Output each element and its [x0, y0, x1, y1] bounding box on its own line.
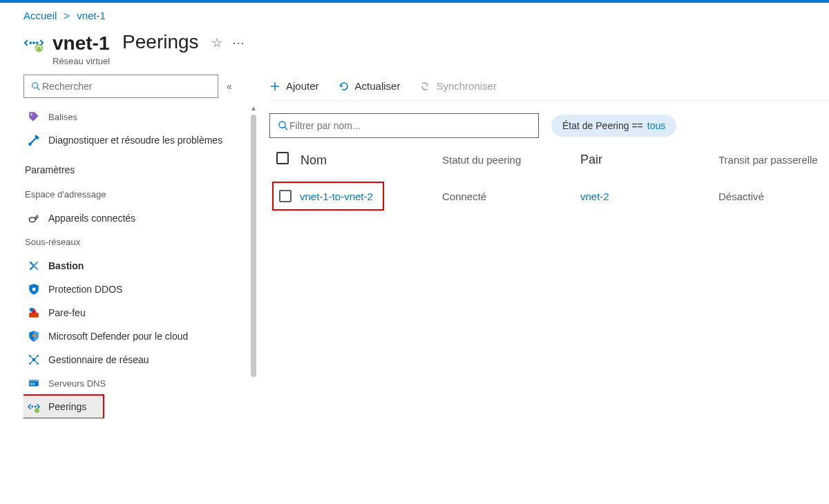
- plus-icon: [269, 81, 280, 92]
- breadcrumb: Accueil > vnet-1: [0, 3, 829, 28]
- tag-icon: [28, 110, 40, 123]
- sidebar-item-parefeu[interactable]: Pare-feu: [23, 301, 251, 324]
- shield-orange-icon: [28, 330, 40, 342]
- sidebar-item-label: Microsoft Defender pour le cloud: [48, 331, 188, 342]
- svg-rect-22: [31, 383, 32, 385]
- sidebar-item-peerings[interactable]: Peerings: [23, 395, 104, 418]
- col-status: Statut du peering: [435, 148, 573, 179]
- plug-icon: [28, 212, 40, 224]
- sidebar-search-input[interactable]: [42, 81, 212, 92]
- svg-point-24: [31, 406, 33, 408]
- sidebar-item-label: Peerings: [48, 401, 86, 412]
- sidebar-menu: Balises Diagnostiquer et résoudre les pr…: [23, 105, 251, 418]
- collapse-sidebar-icon[interactable]: «: [224, 81, 232, 92]
- search-icon: [30, 80, 42, 93]
- svg-point-13: [30, 308, 34, 312]
- sync-button: Synchroniser: [419, 80, 497, 92]
- page-title: Peerings: [122, 31, 199, 53]
- sidebar-item-label: Bastion: [48, 260, 84, 271]
- sidebar-item-label: Appareils connectés: [48, 213, 135, 224]
- breadcrumb-resource[interactable]: vnet-1: [77, 10, 106, 21]
- sync-icon: [419, 81, 430, 92]
- sidebar-item-diagnose[interactable]: Diagnostiquer et résoudre les problèmes: [23, 128, 251, 152]
- favorite-star-icon[interactable]: ☆: [211, 35, 222, 50]
- search-icon: [277, 119, 289, 132]
- svg-rect-23: [33, 383, 35, 385]
- svg-point-8: [29, 217, 35, 222]
- svg-line-30: [285, 127, 287, 130]
- toolbar-divider: [269, 100, 829, 101]
- toolbar: Ajouter Actualiser Synchroniser: [269, 75, 829, 100]
- svg-point-29: [279, 122, 285, 128]
- sidebar-item-label: Gestionnaire de réseau: [48, 354, 149, 365]
- more-icon[interactable]: ⋯: [232, 35, 245, 50]
- peering-icon: [28, 400, 40, 413]
- filter-box[interactable]: [269, 113, 539, 138]
- sidebar-item-network-manager[interactable]: Gestionnaire de réseau: [23, 348, 251, 371]
- table-row[interactable]: vnet-1-to-vnet-2 Connecté vnet-2 Désacti…: [269, 179, 829, 213]
- vnet-icon: [23, 32, 44, 55]
- select-all-checkbox[interactable]: [276, 152, 289, 164]
- col-transit: Transit par passerelle: [712, 148, 829, 179]
- refresh-label: Actualiser: [355, 80, 401, 92]
- main-content: Ajouter Actualiser Synchroniser État de …: [251, 75, 829, 503]
- sidebar-item-appareils[interactable]: Appareils connectés: [23, 206, 251, 230]
- filter-row: État de Peering == tous: [269, 113, 829, 138]
- svg-rect-21: [29, 380, 39, 382]
- sidebar-item-defender[interactable]: Microsoft Defender pour le cloud: [23, 324, 251, 348]
- filter-pill-state[interactable]: État de Peering == tous: [551, 115, 676, 137]
- sidebar-item-dns[interactable]: Serveurs DNS: [23, 371, 251, 395]
- resource-name: vnet-1: [53, 32, 110, 55]
- resource-title-block: vnet-1 Réseau virtuel: [23, 32, 110, 66]
- svg-point-26: [35, 408, 39, 413]
- row-checkbox[interactable]: [279, 190, 292, 202]
- pill-value: tous: [647, 120, 665, 131]
- scroll-up-icon[interactable]: ▲: [249, 102, 258, 113]
- svg-point-3: [35, 44, 43, 52]
- sidebar-item-label: Serveurs DNS: [48, 378, 106, 389]
- svg-point-0: [29, 41, 32, 44]
- network-icon: [28, 353, 40, 366]
- sidebar-item-label: Balises: [48, 112, 77, 122]
- add-label: Ajouter: [286, 80, 319, 92]
- sidebar-item-label: Diagnostiquer et résoudre les problèmes: [48, 135, 222, 146]
- svg-point-14: [32, 334, 36, 338]
- firewall-icon: [28, 307, 40, 319]
- svg-rect-11: [32, 288, 36, 291]
- svg-point-1: [32, 41, 35, 44]
- pill-label: État de Peering ==: [562, 120, 643, 131]
- row-transit: Désactivé: [712, 179, 829, 213]
- sidebar-item-label: Pare-feu: [48, 307, 86, 318]
- row-status: Connecté: [435, 179, 573, 213]
- svg-line-5: [37, 88, 40, 90]
- svg-point-6: [30, 113, 32, 115]
- svg-point-25: [35, 406, 37, 408]
- resource-type: Réseau virtuel: [53, 56, 110, 66]
- sidebar-item-bastion[interactable]: Bastion: [23, 254, 251, 278]
- col-peer: Pair: [573, 148, 712, 179]
- row-name-cell[interactable]: vnet-1-to-vnet-2: [276, 186, 380, 206]
- filter-input[interactable]: [289, 120, 531, 131]
- refresh-button[interactable]: Actualiser: [339, 80, 401, 92]
- dns-icon: [28, 377, 40, 389]
- shield-blue-icon: [28, 283, 40, 295]
- svg-point-2: [36, 41, 39, 44]
- sidebar-item-sous-reseaux[interactable]: Sous-réseaux: [23, 230, 251, 254]
- sidebar-section-parametres: Paramètres: [23, 152, 251, 182]
- scroll-thumb[interactable]: [251, 115, 256, 377]
- peering-name-link[interactable]: vnet-1-to-vnet-2: [300, 191, 373, 202]
- add-button[interactable]: Ajouter: [269, 80, 319, 92]
- sidebar-item-ddos[interactable]: Protection DDOS: [23, 278, 251, 301]
- sidebar-item-balises[interactable]: Balises: [23, 105, 251, 128]
- sidebar-scrollbar[interactable]: ▲: [249, 102, 258, 503]
- sidebar-item-adressage[interactable]: Espace d'adressage: [23, 182, 251, 206]
- title-row: vnet-1 Réseau virtuel Peerings ☆ ⋯: [0, 28, 829, 75]
- sidebar-search[interactable]: [23, 75, 218, 98]
- peer-link[interactable]: vnet-2: [580, 191, 609, 202]
- svg-point-7: [28, 142, 32, 146]
- peerings-table: Nom Statut du peering Pair Transit par p…: [269, 148, 829, 213]
- sidebar: « Balises Diagnostiquer et résoudre les …: [23, 75, 251, 503]
- svg-point-4: [32, 83, 38, 88]
- breadcrumb-home[interactable]: Accueil: [23, 10, 57, 21]
- bastion-icon: [28, 260, 40, 272]
